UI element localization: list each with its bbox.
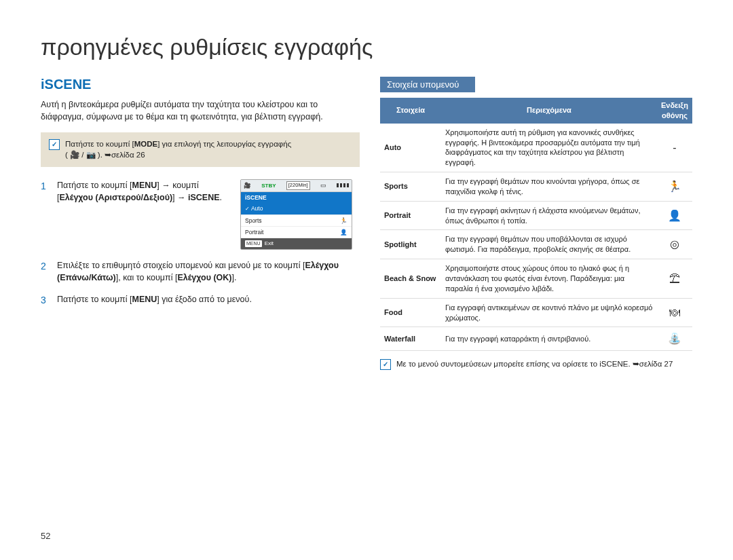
left-column: iSCENE Αυτή η βιντεοκάμερα ρυθμίζει αυτό…	[41, 77, 360, 370]
lcd-preview: 🎥 STBY [220Min] ▭ iSCENE ✓ Auto	[240, 179, 352, 250]
table-row: Beach & Snow Χρησιμοποιήστε στους χώρους…	[380, 259, 692, 299]
lcd-time: [220Min]	[286, 181, 310, 190]
note-text: Πατήστε το κουμπί [MODE] για επιλογή της…	[65, 139, 291, 160]
lcd-row-portrait: Portrait👤	[241, 227, 352, 238]
submenu-heading: Στοιχεία υπομενού	[380, 77, 475, 92]
note-shortcut: ✓ Με το μενού συντομεύσεων μπορείτε επίσ…	[380, 359, 692, 370]
indicator-icon: 🍽	[657, 298, 692, 327]
indicator-icon: 🏃	[657, 172, 692, 202]
th-items: Στοιχεία	[380, 98, 441, 124]
table-row: Sports Για την εγγραφή θεμάτων που κινού…	[380, 172, 692, 202]
th-contents: Περιεχόμενα	[441, 98, 657, 124]
section-heading-iscene: iSCENE	[41, 77, 360, 92]
table-row: Spotlight Για την εγγραφή θεμάτων που υπ…	[380, 230, 692, 259]
table-row: Food Για εγγραφή αντικειμένων σε κοντινό…	[380, 298, 692, 327]
step-1: 1 Πατήστε το κουμπί [MENU] → κουμπί [Ελέ…	[41, 179, 360, 250]
th-indicator: Ενδειξηοθόνης	[657, 98, 692, 124]
indicator-icon: -	[657, 124, 692, 172]
indicator-icon: ⛲	[657, 327, 692, 351]
note-check-icon: ✓	[49, 139, 60, 150]
lcd-menu-header: iSCENE	[241, 192, 352, 203]
page-title: προηγμένες ρυθμίσεις εγγραφής	[41, 34, 692, 60]
table-row: Auto Χρησιμοποιήστε αυτή τη ρύθμιση για …	[380, 124, 692, 172]
submenu-table: Στοιχεία Περιεχόμενα Ενδειξηοθόνης Auto …	[380, 98, 692, 351]
intro-text: Αυτή η βιντεοκάμερα ρυθμίζει αυτόματα τη…	[41, 99, 360, 123]
step-2: 2 Επιλέξτε το επιθυμητό στοιχείο υπομενο…	[41, 259, 360, 284]
table-row: Portrait Για την εγγραφή ακίνητων ή ελάχ…	[380, 201, 692, 230]
indicator-icon: ⛱	[657, 259, 692, 299]
rec-mode-icon: 🎥	[244, 181, 251, 189]
table-row: Waterfall Για την εγγραφή καταρράκτη ή σ…	[380, 327, 692, 351]
lcd-row-sports: Sports🏃	[241, 215, 352, 227]
page-number: 52	[41, 531, 50, 541]
note-box-mode: ✓ Πατήστε το κουμπί [MODE] για επιλογή τ…	[41, 132, 360, 167]
lcd-row-auto: ✓ Auto	[241, 203, 352, 215]
lcd-footer: MENU Exit	[241, 238, 352, 249]
step-number: 2	[41, 259, 50, 284]
indicator-icon: ◎	[657, 230, 692, 259]
step-number: 3	[41, 293, 50, 307]
indicator-icon: 👤	[657, 201, 692, 230]
battery-icon	[337, 183, 349, 187]
sd-icon: ▭	[320, 181, 326, 189]
right-column: Στοιχεία υπομενού Στοιχεία Περιεχόμενα Ε…	[380, 77, 692, 370]
lcd-stby: STBY	[261, 182, 276, 190]
note-check-icon: ✓	[380, 359, 391, 370]
step-3: 3 Πατήστε το κουμπί [MENU] για έξοδο από…	[41, 293, 360, 307]
step-number: 1	[41, 179, 50, 250]
